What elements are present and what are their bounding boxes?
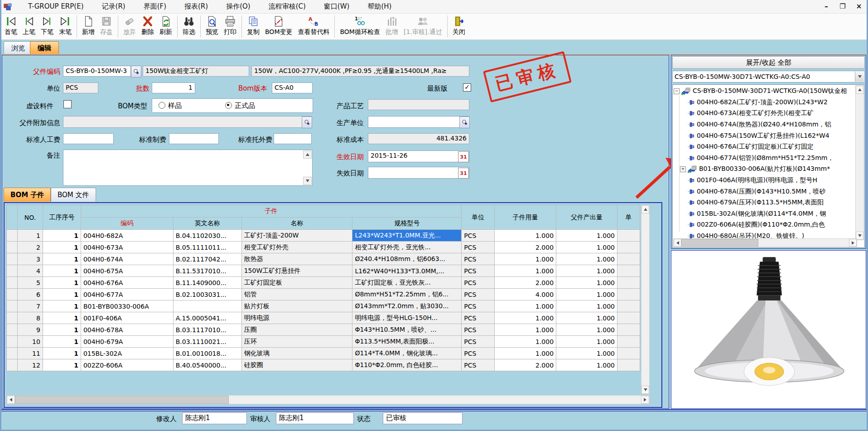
table-cell[interactable]: B.11.1409000... [173, 277, 241, 289]
toolbar-button-new[interactable]: 新增 [79, 14, 97, 39]
table-cell[interactable]: Ø240.4*H108mm，铝6063... [352, 253, 462, 265]
prod-unit-lookup-button[interactable] [459, 116, 470, 128]
table-cell[interactable] [617, 359, 640, 371]
table-cell[interactable]: 2.000 [495, 359, 556, 371]
toolbar-button-copy[interactable]: 复制 [244, 14, 262, 39]
table-cell[interactable]: B.05.1111011... [173, 242, 241, 253]
tree-scroll-right[interactable] [849, 239, 857, 247]
close-button[interactable]: × [854, 2, 863, 10]
table-cell[interactable]: 1.000 [495, 230, 556, 242]
table-cell[interactable]: 1.000 [556, 230, 617, 242]
toolbar-button-prev-record[interactable]: 上笔 [20, 14, 38, 39]
table-cell[interactable]: 9 [17, 324, 43, 336]
table-cell[interactable]: Ø114*T4.0MM，钢化玻璃... [352, 348, 462, 359]
prod-unit-input[interactable] [368, 116, 469, 128]
table-cell[interactable]: B.03.1117010... [173, 324, 241, 336]
table-cell[interactable]: 1.000 [495, 324, 556, 336]
parent-code-lookup-button[interactable] [131, 66, 141, 77]
tab-edit[interactable]: 编辑 [30, 41, 59, 54]
table-cell[interactable] [617, 277, 640, 289]
row-selector-cell[interactable] [7, 230, 18, 242]
table-cell[interactable]: 贴片灯板 [241, 300, 352, 312]
tree-item-part[interactable]: 001F0-406A(明纬电源)(明纬电源，型号H [674, 175, 856, 186]
tree-item-part[interactable]: 004H0-680A(吊环)(M20、铁镀锌。) [674, 231, 856, 239]
col-pqty[interactable]: 父件产出量 [556, 205, 617, 230]
table-cell[interactable]: B.01.0010018... [173, 348, 241, 359]
table-cell[interactable]: 1.000 [556, 289, 617, 300]
table-cell[interactable]: 1.000 [556, 300, 617, 312]
menu-item-6[interactable]: 窗口(W) [315, 1, 359, 12]
tree-item-part[interactable]: 002Z0-606A(硅胶圈)(Φ110*Φ2.0mm,白色 [674, 219, 856, 231]
table-cell[interactable]: 150W工矿灯悬挂件 [241, 265, 352, 277]
tab-bom-children[interactable]: BOM 子件 [4, 188, 51, 202]
table-cell[interactable] [617, 324, 640, 336]
table-scroll-left[interactable] [7, 396, 15, 404]
expand-box-icon[interactable]: + [680, 166, 686, 172]
menu-item-2[interactable]: 界面(F) [135, 1, 175, 12]
toolbar-button-filter[interactable]: 筛选 [180, 14, 198, 39]
col-no[interactable]: NO. [17, 205, 43, 230]
table-cell[interactable]: 004H0-675A [81, 265, 173, 277]
table-cell[interactable]: 1.000 [556, 277, 617, 289]
table-cell[interactable]: 004H0-676A [81, 277, 173, 289]
table-cell[interactable]: 硅胶圈 [241, 359, 352, 371]
table-cell[interactable]: B01-BYB00330-006A [81, 300, 173, 312]
menu-item-4[interactable]: 操作(O) [217, 1, 260, 12]
table-cell[interactable]: PCS [462, 253, 495, 265]
row-selector-cell[interactable] [7, 242, 18, 253]
menu-item-1[interactable]: 记录(R) [93, 1, 135, 12]
table-cell[interactable]: 压圈 [241, 324, 352, 336]
table-cell[interactable] [617, 242, 640, 253]
table-cell[interactable]: 004H0-682A [81, 230, 173, 242]
table-cell[interactable]: 12 [17, 359, 43, 371]
table-hscrollbar[interactable] [6, 395, 650, 404]
row-selector-cell[interactable] [7, 359, 18, 371]
table-cell[interactable] [617, 348, 640, 359]
table-cell[interactable]: PCS [462, 242, 495, 253]
table-scroll-up[interactable] [641, 205, 649, 213]
col-unit[interactable]: 单位 [462, 205, 495, 230]
table-cell[interactable]: Φ110*Φ2.0mm, 白色硅胶... [352, 359, 462, 371]
table-cell[interactable]: L243*W243*T1.0MM.亚光... [352, 230, 462, 242]
row-selector-cell[interactable] [7, 289, 18, 300]
row-selector-cell[interactable] [7, 253, 18, 265]
row-selector-cell[interactable] [7, 336, 18, 348]
tab-browse[interactable]: 浏览 [4, 41, 33, 54]
table-cell[interactable]: PCS [462, 359, 495, 371]
bom-type-formal[interactable]: 正式品 [225, 102, 255, 110]
table-cell[interactable]: 1 [43, 324, 81, 336]
table-cell[interactable]: 1.000 [495, 348, 556, 359]
table-scroll-right[interactable] [641, 396, 649, 404]
table-cell[interactable]: 1 [43, 348, 81, 359]
table-cell[interactable]: 001F0-406A [81, 312, 173, 324]
tree-scroll-left[interactable] [674, 239, 681, 247]
toolbar-button-next-record[interactable]: 下笔 [38, 14, 56, 39]
tree-item-part[interactable]: 004H0-677A(铝管)(Ø8mm*H51*T2.25mm， [674, 153, 856, 164]
table-cell[interactable]: 钢化玻璃 [241, 348, 352, 359]
toolbar-button-first-record[interactable]: 首笔 [2, 14, 20, 39]
row-selector-cell[interactable] [7, 348, 18, 359]
tree-item-part[interactable]: 004H0-682A(工矿灯-顶盖-200W)(L243*W2 [674, 97, 856, 108]
menu-item-7[interactable]: 帮助(H) [358, 1, 400, 12]
table-cell[interactable]: 4.000 [495, 289, 556, 300]
table-cell[interactable]: B.11.5317010... [173, 265, 241, 277]
tree-item-part[interactable]: 004H0-673A(相变工矿灯外壳)(相变工矿 [674, 108, 856, 119]
table-cell[interactable]: 1.000 [495, 253, 556, 265]
row-selector-cell[interactable] [7, 265, 18, 277]
row-selector-cell[interactable] [7, 277, 18, 289]
col-spec[interactable]: 规格型号 [352, 218, 462, 230]
table-cell[interactable]: 1 [43, 300, 81, 312]
table-cell[interactable]: 相变工矿灯外壳 [241, 242, 352, 253]
table-cell[interactable]: 1.000 [495, 312, 556, 324]
toolbar-button-last-record[interactable]: 末笔 [56, 14, 74, 39]
table-cell[interactable]: PCS [462, 289, 495, 300]
table-cell[interactable]: 11 [17, 348, 43, 359]
table-cell[interactable]: 压环 [241, 336, 352, 348]
table-cell[interactable]: 1 [43, 242, 81, 253]
toolbar-button-print[interactable]: 打印 [221, 14, 239, 39]
latest-version-checkbox[interactable]: ✓ [463, 83, 471, 92]
table-cell[interactable]: B.03.1110021... [173, 336, 241, 348]
toolbar-button-bom-change[interactable]: BOM变更 [262, 14, 295, 39]
table-cell[interactable]: Ø143mm*T2.0mm，贴3030... [352, 300, 462, 312]
table-cell[interactable]: 1 [43, 336, 81, 348]
